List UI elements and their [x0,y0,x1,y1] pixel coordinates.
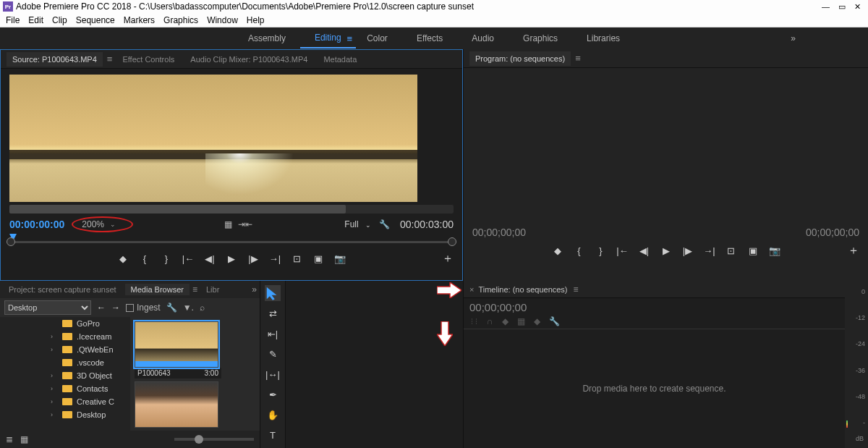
insert-frames-icon[interactable]: ⇥⇤ [239,219,251,230]
clip-thumbnail[interactable] [135,381,221,428]
program-panel-menu-icon[interactable]: ≡ [575,53,581,64]
track-select-tool-icon[interactable]: ⇄ [265,305,281,321]
source-current-time[interactable]: 00:00:00:00 [9,219,64,230]
folder-row[interactable]: ›Contacts [0,382,130,395]
workspace-audio[interactable]: Audio [457,29,509,48]
folder-row[interactable]: ›3D Object [0,369,130,382]
insert-icon[interactable]: ⊡ [289,253,304,264]
play-icon[interactable]: ▶ [659,245,673,256]
menu-file[interactable]: File [3,15,22,25]
go-to-in-icon[interactable]: |← [616,245,630,256]
window-maximize-button[interactable]: ▭ [838,2,846,12]
folder-row[interactable]: .vscode [0,356,130,369]
type-tool-icon[interactable]: T [265,427,281,443]
workspace-overflow-button[interactable]: » [791,33,796,43]
timeline-settings-icon[interactable]: ▦ [517,316,525,326]
thumbnail-view-icon[interactable]: ▦ [20,434,28,444]
mark-in-icon[interactable]: { [137,253,152,264]
list-view-icon[interactable]: ≣ [6,434,13,444]
lift-icon[interactable]: ⊡ [724,245,739,256]
wrench-icon[interactable]: 🔧 [549,316,560,326]
source-tab[interactable]: Source: P1000643.MP4 [7,52,103,67]
export-frame-icon[interactable]: 📷 [333,253,347,264]
program-tab[interactable]: Program: (no sequences) [469,51,571,66]
extract-icon[interactable]: ▣ [746,245,760,256]
step-forward-icon[interactable]: |▶ [681,245,695,256]
overwrite-icon[interactable]: ▣ [311,253,326,264]
step-back-icon[interactable]: ◀| [637,245,652,256]
go-to-out-icon[interactable]: →| [702,245,717,256]
overflow-tabs-icon[interactable]: » [252,284,257,295]
window-minimize-button[interactable]: — [822,2,830,12]
nav-forward-icon[interactable]: → [111,303,120,313]
path-dropdown[interactable]: Desktop [4,300,91,315]
ripple-edit-tool-icon[interactable]: ⇤| [265,326,281,342]
metadata-tab[interactable]: Metadata [318,52,362,67]
project-tab[interactable]: Project: screen capture sunset [3,284,122,295]
nav-back-icon[interactable]: ← [97,303,106,313]
menu-edit[interactable]: Edit [25,15,46,25]
audio-meters[interactable]: 0 -12 -24 -36 -48 - dB [845,281,868,448]
source-panel-menu-icon[interactable]: ≡ [107,54,113,64]
workspace-graphics[interactable]: Graphics [509,29,572,48]
menu-graphics[interactable]: Graphics [161,15,201,25]
step-back-icon[interactable]: ◀| [203,253,217,264]
folder-row[interactable]: ›.QtWebEn [0,343,130,356]
step-forward-icon[interactable]: |▶ [246,253,260,264]
folder-row[interactable]: ›Desktop [0,408,130,421]
linked-selection-icon[interactable]: ∩ [487,316,493,326]
folder-row[interactable]: ›Creative C [0,395,130,408]
folder-tree[interactable]: GoPro ›.Icecream ›.QtWebEn .vscode ›3D O… [0,317,130,431]
workspace-color[interactable]: Color [352,29,402,48]
razor-tool-icon[interactable]: ✎ [265,346,281,362]
slip-tool-icon[interactable]: |↔| [265,366,281,382]
thumbnail-size-slider[interactable] [174,438,254,441]
window-close-button[interactable]: ✕ [854,2,861,12]
search-icon[interactable]: ⌕ [200,303,205,313]
menu-window[interactable]: Window [204,15,241,25]
mark-in-icon[interactable]: { [572,245,587,256]
thumbnail-view[interactable]: P10006433:00 [130,317,260,431]
timeline-drop-area[interactable]: Drop media here to create sequence. [464,329,845,448]
zoom-handle-right[interactable] [448,237,456,246]
timeline-tab[interactable]: Timeline: (no sequences) [478,285,567,294]
workspace-panel-menu-icon[interactable]: ≡ [347,33,353,44]
ingest-checkbox[interactable]: Ingest [126,303,161,313]
audio-clip-mixer-tab[interactable]: Audio Clip Mixer: P1000643.MP4 [184,52,313,67]
clip-thumbnail[interactable]: P10006433:00 [135,321,221,379]
mark-out-icon[interactable]: } [159,253,174,264]
source-viewer-scrollbar[interactable] [9,205,454,214]
menu-help[interactable]: Help [244,15,268,25]
main-menubar[interactable]: File Edit Clip Sequence Markers Graphics… [0,13,868,28]
panel-menu-icon[interactable]: ≡ [574,284,579,295]
add-marker-icon[interactable]: ◆ [502,316,509,326]
hand-tool-icon[interactable]: ✋ [265,407,281,423]
export-frame-icon[interactable]: 📷 [767,245,782,256]
go-to-in-icon[interactable]: |← [181,253,195,264]
play-icon[interactable]: ▶ [224,253,239,264]
resolution-dropdown[interactable]: Full ⌄ [344,219,371,229]
menu-clip[interactable]: Clip [49,15,70,25]
selection-tool-icon[interactable] [265,285,281,301]
settings-wrench-icon[interactable]: 🔧 [378,219,390,230]
close-tab-icon[interactable]: × [469,285,474,294]
filter-icon[interactable]: ▼. [183,303,194,313]
menu-sequence[interactable]: Sequence [73,15,118,25]
add-marker-icon[interactable]: ◆ [116,253,130,264]
workspace-effects[interactable]: Effects [402,29,457,48]
zoom-handle-left[interactable] [7,237,15,246]
snap-icon[interactable]: ⸽⸽ [469,316,478,326]
wrench-icon[interactable]: 🔧 [166,303,177,313]
button-editor-icon[interactable]: ＋ [442,251,454,266]
select-playback-icon[interactable]: ▦ [222,219,234,230]
mark-out-icon[interactable]: } [594,245,608,256]
panel-menu-icon[interactable]: ≡ [192,284,197,295]
effect-controls-tab[interactable]: Effect Controls [116,52,180,67]
zoom-level-dropdown[interactable]: 200% ⌄ [72,216,133,232]
add-marker-icon[interactable]: ◆ [550,245,565,256]
go-to-out-icon[interactable]: →| [268,253,282,264]
program-current-time[interactable]: 00;00;00;00 [472,227,526,238]
libraries-tab[interactable]: Libr [200,284,225,295]
workspace-assembly[interactable]: Assembly [234,29,300,48]
media-browser-tab[interactable]: Media Browser [125,284,190,295]
